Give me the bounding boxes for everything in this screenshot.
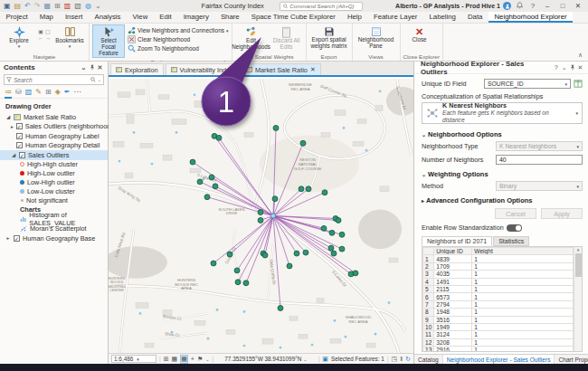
search-icon[interactable] <box>90 77 96 82</box>
table-row[interactable]: 1131241 <box>423 331 574 338</box>
field-table-icon[interactable] <box>574 80 583 88</box>
table-row[interactable]: 819481 <box>423 309 574 316</box>
neighbor-point[interactable] <box>278 306 283 311</box>
explore-button[interactable]: Explore▾ <box>3 24 35 50</box>
table-row[interactable]: 414911 <box>423 278 574 285</box>
neighbor-point[interactable] <box>353 271 358 276</box>
grid-icon[interactable]: ▦ <box>172 356 178 363</box>
section-advanced-options[interactable]: ▸Advanced Configuration Options <box>422 196 583 205</box>
customize-qat-icon[interactable]: ⌄ <box>95 2 101 10</box>
menu-tab-map[interactable]: Map <box>33 12 59 23</box>
tab-neighbors-of-id[interactable]: Neighbors of ID 2071 <box>422 236 492 246</box>
neighbor-point[interactable] <box>294 251 299 256</box>
next-extent-icon[interactable]: → <box>45 35 51 41</box>
view-tab-exploration[interactable]: Exploration <box>110 63 164 75</box>
menu-tab-data[interactable]: Data <box>461 12 488 23</box>
map-canvas[interactable]: NEWBRIDGEREC AREAGolf Course SqSoapstone… <box>109 79 413 353</box>
contents-search-input[interactable] <box>14 77 89 83</box>
unique-id-field-select[interactable]: SOURCE_ID▾ <box>484 79 571 89</box>
scrollbar-thumb[interactable] <box>575 253 582 277</box>
add-data-icon[interactable]: ⊞ <box>54 2 61 10</box>
pin-icon[interactable] <box>568 64 576 71</box>
view-neighbors-button[interactable]: View Neighbors and Connections▾ <box>128 26 229 34</box>
crosshair-icon[interactable]: + <box>191 356 194 362</box>
section-neighborhood-options[interactable]: ⌄Neighborhood Options <box>422 130 583 138</box>
expander-icon[interactable]: ▸ <box>11 124 14 129</box>
neighborhood-pane-button[interactable]: Neighborhood Pane <box>356 24 397 51</box>
minimize-button[interactable]: – <box>541 2 554 10</box>
close-pane-icon[interactable]: ✕ <box>96 64 104 71</box>
chart-item-histogram[interactable]: Histogram of SALES_VALUE <box>0 214 108 224</box>
ink-icon[interactable]: ✒ <box>64 88 71 97</box>
checkbox-checked[interactable]: ✓ <box>16 123 23 129</box>
menu-tab-share[interactable]: Share <box>214 12 245 23</box>
select-focal-feature-button[interactable]: Select Focal Feature <box>92 24 125 58</box>
help-icon[interactable]: ? <box>552 64 560 71</box>
pane-tab-chart-properties[interactable]: Chart Properties <box>555 355 588 364</box>
neighbor-point[interactable] <box>243 281 249 286</box>
fixed-zoom-out-icon[interactable]: ▢ <box>45 28 51 34</box>
new-map-icon[interactable]: ▦ <box>44 2 52 10</box>
catalog-pane-icon[interactable]: ▧ <box>74 2 81 10</box>
neighbor-point[interactable] <box>211 261 216 266</box>
pane-tab-catalog[interactable]: Catalog <box>414 355 443 364</box>
expander-icon[interactable]: ◢ <box>5 114 11 119</box>
table-row[interactable]: 521151 <box>423 285 574 292</box>
neighbor-point[interactable] <box>190 159 195 165</box>
layer-human-geography-base[interactable]: ▸ ✓ Human Geography Base <box>0 233 108 243</box>
neighbor-point[interactable] <box>321 225 327 231</box>
close-pane-icon[interactable]: ✕ <box>576 64 584 71</box>
maximize-button[interactable]: □ <box>556 2 569 10</box>
menu-tab-insert[interactable]: Insert <box>59 12 89 23</box>
collapse-ribbon-icon[interactable]: ∧ <box>573 52 588 61</box>
focal-feature-point[interactable] <box>270 214 275 218</box>
neighbor-point[interactable] <box>303 250 308 255</box>
neighbor-point[interactable] <box>322 190 327 195</box>
expander-icon[interactable]: ▸ <box>5 235 11 241</box>
checkbox-checked[interactable]: ✓ <box>16 142 23 148</box>
menu-tab-feature-layer[interactable]: Feature Layer <box>367 12 423 23</box>
neighbor-point[interactable] <box>227 252 232 257</box>
menu-tab-labeling[interactable]: Labeling <box>423 12 461 23</box>
neighbor-point[interactable] <box>339 246 345 252</box>
neighbor-point[interactable] <box>204 195 210 200</box>
menu-tab-help[interactable]: Help <box>341 12 367 23</box>
pin-icon[interactable] <box>88 64 96 71</box>
avatar[interactable] <box>503 2 511 10</box>
close-window-button[interactable]: ✕ <box>572 2 584 10</box>
notifications-bell-icon[interactable] <box>514 2 525 11</box>
neighbor-point[interactable] <box>300 140 306 146</box>
table-row[interactable]: 1329161 <box>423 347 574 352</box>
add-layer-icon[interactable]: ⊞ <box>164 356 169 363</box>
pane-menu-chevron-icon[interactable]: ⌄ <box>560 64 568 71</box>
coordinates-readout[interactable]: 77.3529155°W 38.9431099°N ⌄ <box>224 356 307 362</box>
neighbor-point[interactable] <box>216 135 222 140</box>
zoom-to-neighborhood-button[interactable]: Zoom To Neighborhood <box>128 44 229 52</box>
scale-select[interactable]: 1:6,486▾ <box>111 355 156 363</box>
command-search-input[interactable] <box>289 3 359 9</box>
redo-icon[interactable]: ↷ <box>34 2 41 10</box>
label-icon[interactable]: ◈ <box>55 88 61 97</box>
open-project-icon[interactable]: ▤ <box>14 2 22 10</box>
number-of-neighbors-input[interactable] <box>496 155 583 165</box>
neighbor-point[interactable] <box>272 196 278 202</box>
neighbor-point[interactable] <box>306 186 311 192</box>
unique-id-header[interactable]: Unique ID <box>434 248 472 255</box>
save-project-icon[interactable]: ▣ <box>4 2 11 10</box>
overview-icon[interactable]: ◳ <box>392 356 398 363</box>
undo-icon[interactable]: ↶ <box>24 2 31 10</box>
table-row[interactable]: 340351 <box>423 271 574 278</box>
toolbox-icon[interactable]: ▥ <box>64 2 71 10</box>
neighbor-point[interactable] <box>299 186 304 192</box>
close-explorer-button[interactable]: ✕ Close <box>403 24 436 44</box>
table-row[interactable]: 665731 <box>423 293 574 300</box>
layer-human-geography-detail[interactable]: ✓ Human Geography Detail <box>0 141 108 151</box>
layer-sales-outliers[interactable]: ◢ ✓ Sales Outliers <box>0 150 108 160</box>
weight-header[interactable]: Weight <box>472 248 574 255</box>
table-row[interactable]: 727941 <box>423 300 574 308</box>
neighbor-point[interactable] <box>258 210 263 215</box>
help-icon[interactable]: ? <box>527 2 538 10</box>
filter-icon[interactable] <box>6 77 12 82</box>
menu-tab-imagery[interactable]: Imagery <box>177 12 214 23</box>
table-row[interactable]: 148391 <box>423 255 574 262</box>
